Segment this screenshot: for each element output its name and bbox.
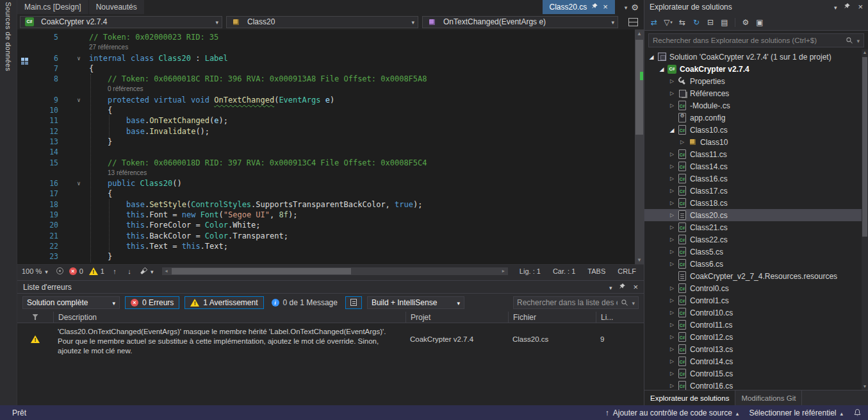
code-line[interactable]: 20this.ForeColor = Color.White;: [17, 220, 635, 230]
notifications-bell-icon[interactable]: [853, 408, 862, 417]
tree-item-class22-cs[interactable]: ▷Class22.cs: [644, 233, 868, 246]
tree-item-class18-cs[interactable]: ▷Class18.cs: [644, 197, 868, 209]
error-count-indicator[interactable]: 0: [69, 267, 83, 275]
tab-git-changes[interactable]: Modifications Git: [735, 391, 802, 405]
properties-icon[interactable]: ⚙: [739, 16, 752, 29]
code-line[interactable]: 14: [17, 147, 635, 157]
fold-collapse-icon[interactable]: ∨: [74, 53, 84, 63]
code-line[interactable]: 19this.Font = new Font("Segoe UI", 8f);: [17, 210, 635, 220]
vertical-scroll-thumb[interactable]: [635, 40, 643, 135]
tab-solution-explorer[interactable]: Explorateur de solutions: [644, 391, 735, 405]
tree-item-class20-cs[interactable]: ▷Class20.cs: [644, 209, 868, 221]
show-all-files-icon[interactable]: ▤: [718, 16, 731, 29]
tree-item-coakcrypter-v2-7-4-resources-resources[interactable]: CoakCrypter_v2_7_4.Resources.resources: [644, 270, 868, 282]
preview-selected-icon[interactable]: ▣: [753, 16, 766, 29]
scroll-down-icon[interactable]: ▼: [862, 383, 868, 390]
filter-icon[interactable]: ▽▾: [662, 16, 675, 29]
expand-icon[interactable]: ▷: [667, 90, 676, 96]
tree-item-coakcrypter-v2-7-4[interactable]: ◢CoakCrypter v2.7.4: [644, 63, 868, 75]
gear-icon[interactable]: [631, 3, 639, 12]
code-line[interactable]: 9∨protected virtual void OnTextChanged(E…: [17, 95, 635, 105]
expand-icon[interactable]: ▷: [667, 249, 676, 255]
expand-icon[interactable]: ▷: [667, 78, 676, 84]
horizontal-scrollbar[interactable]: [162, 267, 508, 275]
code-line[interactable]: 10{: [17, 105, 635, 115]
scroll-up-icon[interactable]: ▲: [635, 29, 644, 38]
expand-icon[interactable]: ▷: [667, 334, 676, 340]
expand-icon[interactable]: ▷: [667, 224, 676, 230]
pin-icon[interactable]: [844, 3, 851, 12]
project-column-header[interactable]: Projet: [405, 312, 508, 323]
sidebar-tab-data-sources[interactable]: Sources de données: [0, 0, 17, 405]
tree-item-app-config[interactable]: app.config: [644, 112, 868, 124]
expand-icon[interactable]: ▷: [667, 310, 676, 315]
error-list-title-bar[interactable]: Liste d'erreurs: [17, 281, 644, 294]
collapse-icon[interactable]: ◢: [657, 66, 666, 72]
scope-filter-dropdown[interactable]: Solution complète: [22, 296, 120, 309]
warning-count-indicator[interactable]: 1: [89, 267, 104, 275]
tree-item-r-f-rences[interactable]: ▷Références: [644, 87, 868, 99]
tree-item-control11-cs[interactable]: ▷Control11.cs: [644, 319, 868, 331]
add-to-source-control-button[interactable]: Ajouter au contrôle de code source: [605, 408, 739, 417]
expand-icon[interactable]: ▷: [667, 164, 676, 169]
previous-issue-button[interactable]: [110, 267, 119, 275]
compare-icon[interactable]: ⇆: [676, 16, 689, 29]
line-column-header[interactable]: Li...: [596, 312, 631, 323]
details-pane-button[interactable]: [345, 296, 362, 309]
tabs-indicator[interactable]: TABS: [584, 267, 609, 275]
refresh-icon[interactable]: ↻: [690, 16, 703, 29]
expand-icon[interactable]: ▷: [667, 261, 676, 267]
tree-item-class11-cs[interactable]: ▷Class11.cs: [644, 148, 868, 160]
scroll-right-icon[interactable]: [500, 267, 507, 275]
error-list-search-input[interactable]: Rechercher dans la liste des er: [513, 296, 639, 309]
code-line[interactable]: 17{: [17, 189, 635, 199]
close-icon[interactable]: [633, 283, 638, 292]
error-list-row[interactable]: 'Class20.OnTextChanged(EventArgs)' masqu…: [17, 323, 644, 359]
tree-scrollbar[interactable]: ▲ ▼: [862, 49, 868, 390]
code-line[interactable]: 8// Token: 0x0600018C RID: 396 RVA: 0x00…: [17, 74, 635, 84]
pin-icon[interactable]: [591, 3, 598, 12]
code-cleanup-button[interactable]: [140, 267, 154, 275]
expand-icon[interactable]: ▷: [667, 188, 676, 194]
codelens-row[interactable]: 27 références: [17, 42, 635, 53]
fold-collapse-icon[interactable]: ∨: [74, 95, 84, 105]
sync-active-document-icon[interactable]: ⇄: [648, 16, 660, 29]
errors-filter-button[interactable]: 0 Erreurs: [125, 296, 179, 309]
code-line[interactable]: 12base.Invalidate();: [17, 126, 635, 137]
file-column-header[interactable]: Fichier: [508, 312, 596, 323]
next-issue-button[interactable]: [125, 267, 134, 275]
tree-scroll-thumb[interactable]: [862, 57, 867, 237]
tree-item-class10[interactable]: ▷Class10: [644, 136, 868, 148]
zoom-control[interactable]: 100 %: [22, 267, 51, 275]
expand-icon[interactable]: ▷: [667, 237, 676, 242]
collapse-icon[interactable]: ◢: [667, 127, 676, 133]
tree-item-control12-cs[interactable]: ▷Control12.cs: [644, 331, 868, 343]
tab-class20-cs[interactable]: Class20.cs: [543, 0, 615, 14]
tree-item-solution-coakcrypter-v2-7-4-1-sur-1-de-projet[interactable]: ◢Solution 'CoakCrypter v2.7.4' (1 sur 1 …: [644, 51, 868, 63]
code-line[interactable]: 22this.Text = this.Text;: [17, 241, 635, 251]
fold-collapse-icon[interactable]: ∨: [74, 178, 84, 189]
eol-indicator[interactable]: CRLF: [614, 267, 639, 275]
description-column-header[interactable]: Description: [53, 312, 405, 323]
tree-item-control13-cs[interactable]: ▷Control13.cs: [644, 343, 868, 355]
margin-glyph-icon[interactable]: [21, 58, 24, 61]
tree-item-class10-cs[interactable]: ◢Class10.cs: [644, 124, 868, 136]
messages-filter-button[interactable]: 0 de 1 Message: [269, 298, 340, 307]
scroll-down-icon[interactable]: ▼: [635, 256, 644, 264]
collapse-icon[interactable]: ◢: [647, 54, 656, 60]
close-icon[interactable]: [603, 3, 608, 12]
warnings-filter-button[interactable]: 1 Avertissement: [184, 296, 263, 309]
tree-item-class14-cs[interactable]: ▷Class14.cs: [644, 160, 868, 172]
tree-item-control10-cs[interactable]: ▷Control10.cs: [644, 307, 868, 319]
type-dropdown[interactable]: Class20: [226, 16, 418, 28]
vertical-scrollbar[interactable]: ▲ ▼: [635, 29, 644, 264]
tree-item-class17-cs[interactable]: ▷Class17.cs: [644, 185, 868, 197]
expand-icon[interactable]: ▷: [667, 103, 676, 108]
horizontal-scroll-thumb[interactable]: [172, 268, 352, 274]
tab-nouveautes[interactable]: Nouveautés: [89, 0, 144, 14]
code-line[interactable]: 16∨public Class20(): [17, 178, 635, 189]
expand-icon[interactable]: ▷: [667, 212, 676, 218]
solution-explorer-title-bar[interactable]: Explorateur de solutions: [644, 0, 868, 14]
tree-item-class5-cs[interactable]: ▷Class5.cs: [644, 246, 868, 258]
member-dropdown[interactable]: OnTextChanged(EventArgs e): [422, 16, 618, 28]
